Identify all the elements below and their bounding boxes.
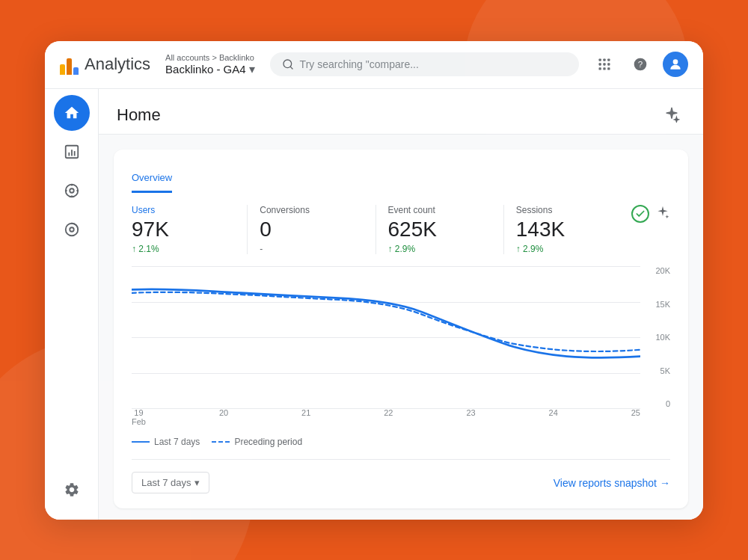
help-button[interactable]: ? bbox=[627, 51, 654, 78]
account-dropdown[interactable]: Backlinko - GA4 ▾ bbox=[165, 62, 255, 76]
account-name: Backlinko - GA4 bbox=[165, 63, 246, 76]
sidebar-item-advertising[interactable] bbox=[54, 212, 90, 247]
main-body: Home Overview bbox=[45, 89, 703, 520]
sidebar-bottom bbox=[54, 472, 90, 508]
date-range-label: Last 7 days bbox=[141, 477, 191, 488]
sidebar-nav bbox=[54, 95, 90, 472]
tab-overview[interactable]: Overview bbox=[132, 164, 172, 193]
search-placeholder: Try searching "compare... bbox=[300, 58, 419, 70]
logo-icon bbox=[60, 54, 79, 75]
x-label-21: 21 bbox=[301, 408, 310, 431]
header-actions: ? bbox=[591, 51, 688, 78]
svg-rect-8 bbox=[599, 67, 601, 70]
legend-last7: Last 7 days bbox=[132, 437, 200, 447]
sidebar-item-home[interactable] bbox=[54, 95, 90, 131]
chart-legend: Last 7 days Preceding period bbox=[132, 437, 670, 447]
chart-x-labels: 19 Feb 20 21 22 23 24 25 bbox=[132, 408, 640, 431]
view-reports-label: View reports snapshot bbox=[554, 477, 657, 489]
y-label-20k: 20K bbox=[655, 266, 670, 275]
settings-icon bbox=[64, 481, 80, 498]
home-icon bbox=[64, 105, 80, 121]
x-label-22: 22 bbox=[384, 408, 393, 431]
date-chevron-icon: ▾ bbox=[194, 477, 200, 488]
metric-users-label: Users bbox=[132, 205, 235, 215]
metric-sessions: Sessions 143K ↑ 2.9% bbox=[504, 205, 631, 255]
insight-button[interactable] bbox=[658, 101, 685, 128]
x-label-25: 25 bbox=[631, 408, 640, 431]
legend-last7-label: Last 7 days bbox=[154, 437, 200, 447]
advertising-icon bbox=[64, 221, 80, 238]
legend-preceding-label: Preceding period bbox=[234, 437, 302, 447]
page-title: Home bbox=[117, 105, 161, 134]
apps-icon bbox=[597, 57, 612, 72]
sidebar bbox=[45, 89, 99, 520]
svg-rect-16 bbox=[71, 150, 73, 156]
svg-rect-4 bbox=[607, 59, 610, 61]
svg-rect-15 bbox=[68, 152, 70, 156]
metric-conversions-change: - bbox=[260, 244, 363, 254]
reports-icon bbox=[64, 144, 80, 160]
metric-sessions-change: ↑ 2.9% bbox=[516, 244, 619, 254]
sidebar-item-settings[interactable] bbox=[54, 472, 90, 508]
metric-events-label: Event count bbox=[388, 205, 491, 215]
breadcrumb: All accounts > Backlinko bbox=[165, 53, 255, 62]
chevron-down-icon: ▾ bbox=[249, 62, 255, 76]
y-label-0: 0 bbox=[666, 399, 670, 408]
metric-conversions-value: 0 bbox=[260, 218, 363, 241]
legend-line-solid bbox=[132, 441, 150, 443]
svg-point-18 bbox=[65, 184, 78, 197]
user-icon bbox=[668, 57, 683, 72]
legend-preceding: Preceding period bbox=[212, 437, 302, 447]
arrow-right-icon: → bbox=[660, 477, 670, 489]
chart-svg bbox=[132, 266, 640, 408]
chart-area: 20K 15K 10K 5K 0 bbox=[132, 266, 670, 431]
metrics-row: Users 97K ↑ 2.1% Conversions 0 - Event c… bbox=[132, 205, 631, 255]
main-card: Overview Users 97K ↑ 2.1% Conversions 0 bbox=[114, 150, 688, 509]
apps-button[interactable] bbox=[591, 51, 618, 78]
metric-sessions-value: 143K bbox=[516, 218, 619, 241]
avatar[interactable] bbox=[663, 52, 688, 77]
x-label-24: 24 bbox=[549, 408, 558, 431]
metric-sessions-label: Sessions bbox=[516, 205, 619, 215]
explore-icon bbox=[64, 182, 80, 199]
metric-actions bbox=[631, 205, 670, 224]
metric-users-change: ↑ 2.1% bbox=[132, 244, 235, 254]
metric-conversions-label: Conversions bbox=[260, 205, 363, 215]
sidebar-item-reports[interactable] bbox=[54, 134, 90, 170]
view-reports-link[interactable]: View reports snapshot → bbox=[554, 477, 670, 489]
svg-rect-17 bbox=[73, 151, 75, 156]
app-title: Analytics bbox=[85, 55, 150, 74]
metric-users-value: 97K bbox=[132, 218, 235, 241]
card-footer: Last 7 days ▾ View reports snapshot → bbox=[132, 459, 670, 493]
metric-conversions: Conversions 0 - bbox=[248, 205, 375, 255]
y-label-10k: 10K bbox=[655, 333, 670, 342]
account-selector[interactable]: All accounts > Backlinko Backlinko - GA4… bbox=[165, 53, 255, 76]
sidebar-item-explore[interactable] bbox=[54, 173, 90, 209]
legend-line-dashed bbox=[212, 441, 230, 443]
svg-rect-3 bbox=[603, 59, 605, 61]
x-label-19: 19 Feb bbox=[132, 408, 146, 431]
content-header: Home bbox=[99, 89, 703, 135]
check-icon[interactable] bbox=[631, 205, 649, 223]
x-main-19: 19 bbox=[134, 408, 143, 417]
tabs-bar: Overview bbox=[132, 164, 670, 193]
svg-rect-9 bbox=[603, 67, 605, 70]
x-label-20: 20 bbox=[219, 408, 228, 431]
y-label-5k: 5K bbox=[660, 366, 670, 375]
metric-events-value: 625K bbox=[388, 218, 491, 241]
date-range-selector[interactable]: Last 7 days ▾ bbox=[132, 472, 209, 493]
svg-rect-7 bbox=[607, 63, 610, 65]
sparkle-icon[interactable] bbox=[655, 205, 670, 224]
svg-rect-10 bbox=[607, 67, 610, 70]
metric-users: Users 97K ↑ 2.1% bbox=[132, 205, 248, 255]
y-label-15k: 15K bbox=[655, 300, 670, 309]
svg-rect-6 bbox=[603, 63, 605, 65]
x-label-23: 23 bbox=[466, 408, 475, 431]
svg-text:?: ? bbox=[638, 59, 643, 69]
app-container: Analytics All accounts > Backlinko Backl… bbox=[45, 41, 703, 520]
metric-events-change: ↑ 2.9% bbox=[388, 244, 491, 254]
x-sub-feb: Feb bbox=[132, 417, 146, 426]
logo: Analytics bbox=[60, 54, 150, 75]
chart-y-labels: 20K 15K 10K 5K 0 bbox=[643, 266, 670, 408]
search-bar[interactable]: Try searching "compare... bbox=[270, 52, 579, 76]
